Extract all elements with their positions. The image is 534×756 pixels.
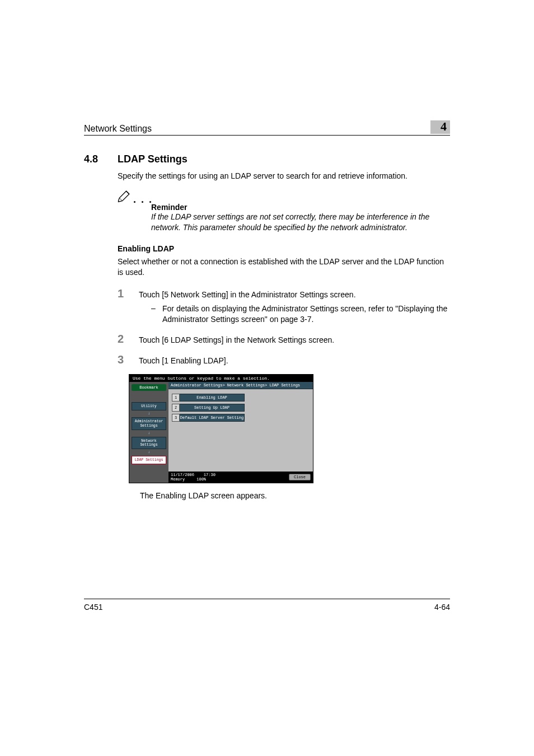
menu-item-label: Default LDAP Server Setting — [180, 414, 245, 422]
section-number: 4.8 — [84, 153, 105, 165]
step-3: 3 Touch [1 Enabling LDAP]. — [118, 353, 450, 366]
nav-ldap-settings-current: LDAP Settings — [132, 456, 166, 464]
section-title: LDAP Settings — [118, 153, 188, 165]
section-heading: 4.8 LDAP Settings — [84, 153, 450, 165]
step-1: 1 Touch [5 Network Setting] in the Admin… — [118, 287, 450, 300]
arrow-down-icon: ↓ — [148, 431, 150, 435]
sub-intro: Select whether or not a connection is es… — [118, 256, 450, 278]
substep-text: For details on displaying the Administra… — [162, 304, 450, 325]
menu-item-number: 3 — [172, 414, 180, 422]
note-heading: Reminder — [151, 192, 450, 212]
ui-memory-value: 100% — [196, 477, 206, 482]
reminder-note: . . . Reminder If the LDAP server settin… — [118, 192, 450, 233]
page-header: Network Settings 4 — [84, 120, 450, 136]
dash-icon: – — [151, 304, 162, 325]
note-body: If the LDAP server settings are not set … — [151, 212, 450, 233]
intro-paragraph: Specify the settings for using an LDAP s… — [118, 171, 450, 181]
menu-item-label: Enabling LDAP — [180, 394, 245, 402]
step-text: Touch [6 LDAP Settings] in the Network S… — [139, 335, 450, 346]
menu-item-label: Setting Up LDAP — [180, 404, 245, 412]
ldap-settings-screenshot: Use the menu buttons or keypad to make a… — [129, 374, 313, 483]
step-number: 1 — [118, 287, 139, 300]
subheading: Enabling LDAP — [118, 244, 450, 253]
pencil-icon — [116, 188, 132, 204]
close-button[interactable]: Close — [289, 474, 311, 480]
ui-breadcrumb: Administrator Settings> Network Settings… — [168, 382, 313, 389]
step-text: Touch [5 Network Setting] in the Adminis… — [139, 290, 450, 300]
ui-footer: 11/17/2006 17:30 Memory 100% Close — [168, 472, 313, 483]
menu-item-1[interactable]: 1 Enabling LDAP — [172, 394, 245, 402]
nav-network-settings[interactable]: Network Settings — [132, 437, 166, 449]
menu-item-number: 1 — [172, 394, 180, 402]
step-1-substep: – For details on displaying the Administ… — [151, 304, 450, 325]
step-number: 3 — [118, 353, 139, 366]
ui-time: 17:30 — [204, 473, 216, 477]
nav-admin-settings[interactable]: Administrator Settings — [132, 417, 166, 430]
ui-memory-label: Memory — [171, 477, 185, 482]
step-text: Touch [1 Enabling LDAP]. — [139, 356, 450, 366]
arrow-down-icon: ↓ — [148, 411, 150, 416]
ui-instruction-bar: Use the menu buttons or keypad to make a… — [129, 375, 313, 382]
arrow-down-icon: ↓ — [148, 450, 150, 454]
page-footer: C451 4-64 — [84, 599, 450, 612]
menu-item-number: 2 — [172, 404, 180, 412]
chapter-badge: 4 — [430, 120, 450, 134]
footer-page: 4-64 — [434, 603, 450, 612]
menu-item-3[interactable]: 3 Default LDAP Server Setting — [172, 414, 245, 422]
ui-date: 11/17/2006 — [171, 473, 194, 477]
header-title: Network Settings — [84, 124, 152, 134]
menu-item-2[interactable]: 2 Setting Up LDAP — [172, 404, 245, 412]
bookmark-button[interactable]: Bookmark — [132, 384, 166, 391]
nav-utility[interactable]: Utility — [132, 402, 166, 410]
footer-model: C451 — [84, 603, 102, 612]
post-step-note: The Enabling LDAP screen appears. — [140, 491, 450, 500]
ui-sidebar: Bookmark Utility ↓ Administrator Setting… — [129, 382, 168, 483]
step-2: 2 Touch [6 LDAP Settings] in the Network… — [118, 333, 450, 346]
step-number: 2 — [118, 333, 139, 346]
note-dots: . . . — [133, 194, 153, 206]
